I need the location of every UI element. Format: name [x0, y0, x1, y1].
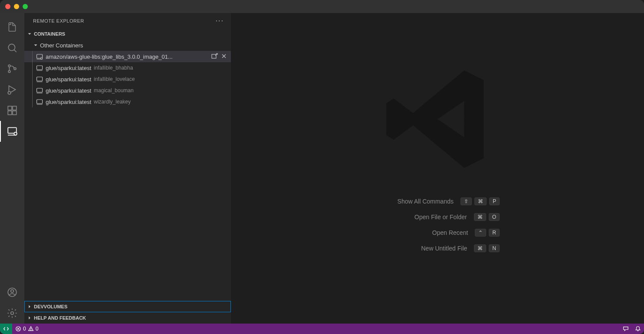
container-item[interactable]: glue/sparkui:latest wizardly_leakey: [24, 96, 231, 107]
vscode-logo-icon: [377, 58, 498, 180]
accounts-activity[interactable]: [0, 282, 24, 303]
shortcut-new-file: New Untitled File ⌘ N: [375, 244, 500, 252]
svg-point-14: [11, 290, 14, 293]
container-icon: [36, 64, 43, 71]
container-sublabel: infallible_lovelace: [94, 76, 135, 82]
shortcut-label: New Untitled File: [389, 245, 467, 252]
key: ⌘: [474, 244, 486, 252]
key: ⇧: [460, 197, 472, 205]
chevron-right-icon: [26, 314, 33, 321]
status-bar: 0 0: [0, 324, 644, 334]
sidebar-title: REMOTE EXPLORER: [33, 18, 84, 23]
extensions-activity[interactable]: [0, 100, 24, 121]
sidebar: REMOTE EXPLORER ··· CONTAINERS Other Con: [24, 13, 231, 324]
chevron-right-icon: [26, 303, 33, 310]
svg-point-0: [8, 44, 15, 50]
svg-point-34: [30, 330, 31, 330]
remote-status[interactable]: [0, 324, 12, 334]
svg-point-2: [8, 65, 10, 67]
main-body: REMOTE EXPLORER ··· CONTAINERS Other Con: [0, 13, 644, 324]
svg-rect-26: [37, 88, 43, 92]
svg-point-5: [8, 91, 11, 94]
shortcut-label: Show All Commands: [375, 198, 454, 205]
key: R: [489, 229, 500, 237]
minimize-window-button[interactable]: [14, 4, 19, 9]
shortcut-show-commands: Show All Commands ⇧ ⌘ P: [375, 197, 500, 205]
shortcut-label: Open Recent: [390, 229, 468, 236]
svg-point-18: [41, 57, 43, 59]
section-help-label: HELP AND FEEDBACK: [34, 315, 86, 321]
errors-count: 0: [23, 326, 26, 332]
activity-bar: [0, 13, 24, 324]
welcome-shortcuts: Show All Commands ⇧ ⌘ P Open File or Fol…: [375, 197, 500, 252]
container-icon: [36, 53, 43, 60]
window-controls: [5, 4, 28, 9]
svg-rect-22: [37, 66, 43, 70]
svg-rect-24: [37, 77, 43, 81]
container-icon: [36, 76, 43, 83]
container-label: glue/sparkui:latest: [46, 76, 91, 83]
sidebar-header: REMOTE EXPLORER ···: [24, 13, 231, 28]
section-devvolumes-label: DEVVOLUMES: [34, 304, 67, 309]
key: ⌃: [475, 229, 486, 237]
svg-rect-7: [13, 106, 17, 110]
container-label: glue/sparkui:latest: [46, 87, 91, 94]
close-icon[interactable]: [220, 53, 227, 61]
container-item[interactable]: glue/sparkui:latest infallible_lovelace: [24, 73, 231, 85]
explorer-activity[interactable]: [0, 17, 24, 37]
key: P: [489, 197, 500, 205]
container-item[interactable]: glue/sparkui:latest magical_bouman: [24, 85, 231, 96]
shortcut-open-recent: Open Recent ⌃ R: [375, 229, 500, 237]
container-icon: [36, 98, 43, 105]
container-sublabel: wizardly_leakey: [94, 99, 131, 105]
key: O: [489, 213, 500, 221]
svg-line-1: [14, 50, 16, 52]
section-help[interactable]: HELP AND FEEDBACK: [24, 312, 231, 324]
key: ⌘: [474, 197, 487, 205]
container-label: glue/sparkui:latest: [46, 99, 91, 105]
section-devvolumes[interactable]: DEVVOLUMES: [24, 301, 231, 312]
titlebar[interactable]: [0, 0, 644, 13]
container-item[interactable]: amazon/aws-glue-libs:glue_libs_3.0.0_ima…: [24, 51, 231, 62]
run-debug-activity[interactable]: [0, 79, 24, 100]
svg-rect-8: [8, 111, 12, 115]
app-window: REMOTE EXPLORER ··· CONTAINERS Other Con: [0, 0, 644, 334]
notifications-status[interactable]: [632, 324, 644, 334]
settings-activity[interactable]: [0, 303, 24, 324]
key: N: [489, 244, 500, 252]
shortcut-label: Open File or Folder: [389, 214, 467, 220]
svg-point-15: [11, 312, 14, 315]
search-activity[interactable]: [0, 37, 24, 58]
shortcut-open-file: Open File or Folder ⌘ O: [375, 213, 500, 221]
sidebar-more-icon[interactable]: ···: [216, 17, 224, 25]
container-label: glue/sparkui:latest: [46, 65, 91, 71]
problems-status[interactable]: 0 0: [12, 324, 41, 334]
svg-rect-28: [37, 100, 43, 104]
new-window-icon[interactable]: [211, 53, 218, 61]
feedback-status[interactable]: [620, 324, 632, 334]
editor-area: Show All Commands ⇧ ⌘ P Open File or Fol…: [231, 13, 644, 324]
zoom-window-button[interactable]: [23, 4, 28, 9]
section-containers[interactable]: CONTAINERS: [24, 28, 231, 40]
close-window-button[interactable]: [5, 4, 10, 9]
container-item[interactable]: glue/sparkui:latest infallible_bhabha: [24, 62, 231, 73]
svg-rect-19: [212, 54, 216, 58]
svg-point-3: [8, 70, 10, 73]
svg-rect-6: [8, 106, 12, 110]
svg-point-12: [14, 132, 17, 135]
tree-group-other-containers[interactable]: Other Containers: [24, 40, 231, 51]
svg-rect-9: [13, 111, 17, 115]
container-sublabel: infallible_bhabha: [94, 65, 133, 71]
container-sublabel: magical_bouman: [94, 87, 133, 94]
tree-group-label: Other Containers: [40, 42, 83, 49]
warnings-count: 0: [36, 326, 39, 332]
key: ⌘: [474, 213, 486, 221]
container-icon: [36, 87, 43, 94]
chevron-down-icon: [26, 30, 33, 37]
section-containers-label: CONTAINERS: [34, 31, 65, 37]
chevron-down-icon: [32, 42, 39, 49]
remote-explorer-activity[interactable]: [0, 121, 24, 142]
source-control-activity[interactable]: [0, 58, 24, 79]
container-label: amazon/aws-glue-libs:glue_libs_3.0.0_ima…: [46, 53, 173, 60]
